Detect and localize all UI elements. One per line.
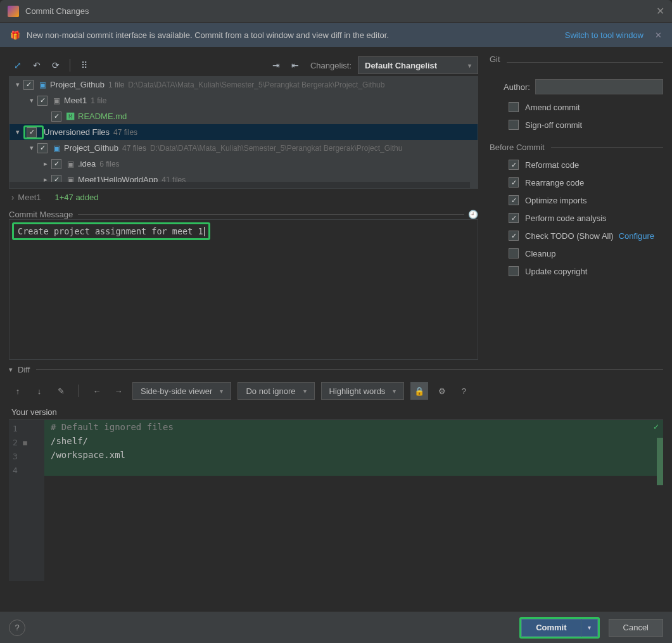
option-checkbox[interactable] <box>509 248 519 258</box>
author-row: Author: <box>490 79 663 94</box>
tree-chevron-icon[interactable]: ▾ <box>12 128 23 136</box>
tree-row[interactable]: ▾▣Project_Github47 filesD:\Data\DATA\Mat… <box>10 140 478 156</box>
text-caret <box>204 227 205 236</box>
option-label: Perform code analysis <box>525 213 607 223</box>
collapse-icon[interactable]: ⇥ <box>267 57 285 73</box>
commit-dropdown-chevron[interactable]: ▾ <box>581 619 598 637</box>
changelist-dropdown[interactable]: Default Changelist ▾ <box>358 56 478 74</box>
banner-switch-link[interactable]: Switch to tool window <box>565 30 643 40</box>
tree-row[interactable]: ▾Unversioned Files47 files <box>10 124 478 140</box>
banner-close-icon[interactable]: ✕ <box>655 30 662 40</box>
author-input[interactable] <box>535 79 663 94</box>
node-name: Unversioned Files <box>44 127 110 137</box>
chevron-right-icon: › <box>11 193 14 202</box>
help-icon[interactable]: ? <box>456 386 471 396</box>
nav-back-icon[interactable]: ← <box>89 386 105 396</box>
prev-change-icon[interactable]: ↑ <box>10 386 25 396</box>
tree-row[interactable]: ▾▣Meet11 file <box>10 92 478 108</box>
horizontal-scrollbar[interactable] <box>10 182 470 188</box>
changelist-value: Default Changelist <box>365 61 437 70</box>
tree-row[interactable]: ▾🅼README.md <box>10 108 478 124</box>
ignore-label: Do not ignore <box>246 386 295 396</box>
ignore-dropdown[interactable]: Do not ignore ▾ <box>238 382 314 400</box>
node-name: Meet1 <box>64 96 87 105</box>
toolbar: ⤢ ↶ ⟳ ⠿ ⇥ ⇤ Changelist: Default Changeli… <box>9 54 478 76</box>
show-diff-icon[interactable]: ⤢ <box>9 57 27 73</box>
option-checkbox[interactable] <box>509 266 519 276</box>
option-checkbox[interactable] <box>509 160 519 170</box>
option-checkbox[interactable] <box>509 231 519 241</box>
files-tree[interactable]: ▾▣Project_Github1 fileD:\Data\DATA\Mata_… <box>9 76 478 189</box>
include-checkbox[interactable] <box>51 159 61 169</box>
next-change-icon[interactable]: ↓ <box>32 386 47 396</box>
tree-chevron-icon[interactable]: ▸ <box>40 160 51 168</box>
chevron-down-icon: ▾ <box>303 388 307 395</box>
changelist-label-text: Changelist: <box>310 61 352 70</box>
file-count: 47 files <box>113 128 137 137</box>
option-label: Update copyright <box>525 267 587 276</box>
option-label: Optimize imports <box>525 196 587 205</box>
include-checkbox[interactable] <box>23 80 34 90</box>
amend-checkbox[interactable] <box>509 102 519 112</box>
diff-toolbar: ↑ ↓ ✎ ← → Side-by-side viewer ▾ Do not i… <box>0 378 672 404</box>
tree-chevron-icon[interactable]: ▾ <box>26 96 37 105</box>
commit-button-highlight: Commit ▾ <box>519 617 599 639</box>
gear-icon[interactable]: ⚙ <box>434 386 450 396</box>
tree-chevron-icon[interactable]: ▾ <box>26 144 37 152</box>
help-button[interactable]: ? <box>9 620 25 636</box>
revert-icon[interactable]: ↶ <box>28 57 46 73</box>
notice-banner: 🎁 New non-modal commit interface is avai… <box>0 23 672 47</box>
editor-gutter: 12◼34 <box>9 420 44 581</box>
collapse-diff-icon[interactable]: ▾ <box>9 366 13 374</box>
banner-text: New non-modal commit interface is availa… <box>27 30 389 40</box>
diff-editor[interactable]: 12◼34 # Default ignored files/shelf//wor… <box>9 419 663 581</box>
include-checkbox[interactable] <box>37 143 48 153</box>
lock-icon[interactable]: 🔒 <box>410 382 428 400</box>
viewer-mode-label: Side-by-side viewer <box>141 386 212 396</box>
inspection-ok-icon: ✓ <box>653 423 659 431</box>
viewer-mode-dropdown[interactable]: Side-by-side viewer ▾ <box>132 382 231 400</box>
history-icon[interactable]: 🕘 <box>468 210 478 219</box>
before-commit-label: Before Commit <box>490 143 545 152</box>
edit-icon[interactable]: ✎ <box>53 386 68 396</box>
commit-button[interactable]: Commit <box>521 619 581 637</box>
node-path: D:\Data\DATA\Mata_Kuliah\Semester_5\Pera… <box>150 144 402 153</box>
refresh-icon[interactable]: ⟳ <box>47 57 65 73</box>
expand-icon[interactable]: ⇤ <box>286 57 304 73</box>
chevron-down-icon: ▾ <box>220 388 223 395</box>
tree-footer: › Meet1 1+47 added <box>9 189 478 208</box>
tree-row[interactable]: ▸▣.idea6 files <box>10 156 478 172</box>
tree-chevron-icon[interactable]: ▾ <box>12 80 23 89</box>
include-checkbox[interactable] <box>27 127 37 137</box>
editor-code[interactable]: # Default ignored files/shelf//workspace… <box>44 420 663 581</box>
before-commit-option: Rearrange code <box>490 177 663 188</box>
cancel-button[interactable]: Cancel <box>609 619 663 637</box>
option-checkbox[interactable] <box>509 195 519 205</box>
app-icon <box>8 6 19 17</box>
option-checkbox[interactable] <box>509 213 519 223</box>
diff-label: Diff <box>18 365 30 374</box>
nav-fwd-icon[interactable]: → <box>111 386 126 396</box>
separator <box>79 385 79 397</box>
folder-icon: ▣ <box>65 160 75 169</box>
commit-message-box[interactable]: Create project assignment for meet 1 <box>9 219 478 360</box>
configure-link[interactable]: Configure <box>619 231 654 241</box>
file-count: 6 files <box>99 160 119 169</box>
node-path: D:\Data\DATA\Mata_Kuliah\Semester_5\Pera… <box>128 80 384 89</box>
amend-label: Amend commit <box>525 103 580 112</box>
highlight-dropdown[interactable]: Highlight words ▾ <box>321 382 405 400</box>
signoff-checkbox[interactable] <box>509 120 519 130</box>
include-checkbox[interactable] <box>37 96 48 106</box>
close-icon[interactable]: ✕ <box>656 5 664 17</box>
include-checkbox[interactable] <box>51 111 61 122</box>
tree-row[interactable]: ▾▣Project_Github1 fileD:\Data\DATA\Mata_… <box>10 77 478 92</box>
group-by-icon[interactable]: ⠿ <box>75 57 93 73</box>
chevron-down-icon: ▾ <box>468 62 471 69</box>
folder-icon: ▣ <box>37 80 48 89</box>
divider <box>78 214 464 215</box>
git-section-label: Git <box>490 54 500 64</box>
divider <box>36 369 663 370</box>
option-checkbox[interactable] <box>509 177 519 188</box>
titlebar: Commit Changes ✕ <box>0 0 672 23</box>
file-count: 47 files <box>122 144 146 153</box>
